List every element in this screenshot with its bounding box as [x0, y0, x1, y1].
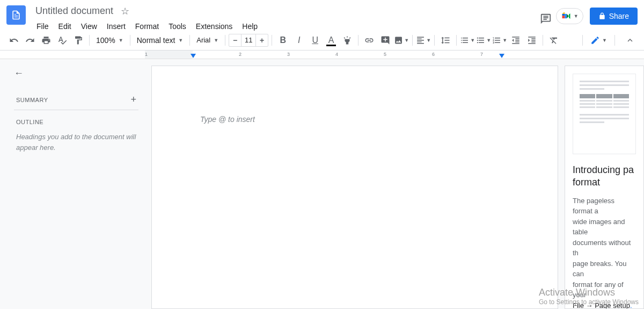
- chevron-down-icon: ▼: [602, 38, 607, 43]
- font-select[interactable]: Arial ▼: [193, 34, 222, 46]
- numbered-list-button[interactable]: ▼: [492, 33, 507, 48]
- star-icon[interactable]: ☆: [121, 5, 129, 17]
- outline-hint: Headings you add to the document will ap…: [14, 130, 138, 155]
- document-page[interactable]: Type @ to insert: [151, 66, 558, 309]
- outline-sidebar: ← SUMMARY + OUTLINE Headings you add to …: [8, 59, 145, 309]
- pageless-preview: [573, 74, 636, 154]
- bold-button[interactable]: B: [275, 33, 290, 48]
- comment-button[interactable]: [378, 33, 393, 48]
- chevron-down-icon: ▼: [574, 13, 579, 19]
- panel-heading: Introducing pa format: [573, 164, 636, 189]
- indent-increase-button[interactable]: [524, 33, 539, 48]
- right-margin-marker[interactable]: [499, 54, 504, 58]
- menu-format[interactable]: Format: [131, 20, 163, 33]
- menu-view[interactable]: View: [77, 20, 101, 33]
- style-select[interactable]: Normal text ▼: [134, 34, 187, 47]
- header: Untitled document ☆ File Edit View Inser…: [0, 0, 644, 30]
- bulleted-list-button[interactable]: ▼: [476, 33, 491, 48]
- link-button[interactable]: [362, 33, 377, 48]
- text-color-button[interactable]: A: [324, 33, 339, 48]
- left-margin-marker[interactable]: [191, 54, 196, 58]
- share-button[interactable]: Share: [590, 8, 638, 25]
- font-size-input[interactable]: [241, 34, 256, 46]
- share-label: Share: [609, 12, 629, 20]
- document-title[interactable]: Untitled document: [32, 4, 116, 18]
- line-spacing-button[interactable]: [438, 33, 453, 48]
- content-area: ← SUMMARY + OUTLINE Headings you add to …: [0, 59, 644, 309]
- indent-decrease-button[interactable]: [508, 33, 523, 48]
- chevron-down-icon: ▼: [119, 38, 123, 43]
- lock-icon: [598, 12, 606, 20]
- align-button[interactable]: ▼: [416, 33, 431, 48]
- meet-icon: [561, 11, 572, 21]
- italic-button[interactable]: I: [291, 33, 306, 48]
- panel-text: The pageless format a wide images and ta…: [573, 196, 636, 309]
- chevron-down-icon: ▼: [214, 38, 218, 43]
- checklist-button[interactable]: ▼: [460, 33, 475, 48]
- highlight-button[interactable]: [340, 33, 355, 48]
- font-size-increase[interactable]: +: [256, 36, 268, 45]
- add-summary-button[interactable]: +: [130, 94, 136, 105]
- toolbar: 100% ▼ Normal text ▼ Arial ▼ − + B I U A…: [0, 30, 644, 51]
- spellcheck-button[interactable]: [55, 33, 70, 48]
- horizontal-ruler[interactable]: 1 2 3 4 5 6 7: [0, 51, 644, 59]
- clear-format-button[interactable]: [546, 33, 561, 48]
- chevron-down-icon: ▼: [178, 38, 183, 43]
- menu-tools[interactable]: Tools: [164, 20, 191, 33]
- menu-help[interactable]: Help: [238, 20, 262, 33]
- underline-button[interactable]: U: [308, 33, 323, 48]
- page-wrapper: Type @ to insert: [145, 59, 558, 309]
- outline-label: OUTLINE: [14, 112, 138, 130]
- menu-insert[interactable]: Insert: [103, 20, 130, 33]
- page-placeholder: Type @ to insert: [200, 115, 255, 124]
- font-size-control: − +: [229, 34, 268, 47]
- comments-icon[interactable]: [537, 10, 550, 23]
- feature-panel: Introducing pa format The pageless forma…: [565, 66, 644, 309]
- redo-button[interactable]: [23, 33, 38, 48]
- menu-bar: File Edit View Insert Format Tools Exten…: [32, 20, 537, 33]
- font-size-decrease[interactable]: −: [229, 36, 241, 45]
- image-button[interactable]: ▼: [394, 33, 409, 48]
- header-center: Untitled document ☆ File Edit View Inser…: [32, 4, 537, 33]
- collapse-toolbar-button[interactable]: [623, 33, 638, 48]
- docs-logo[interactable]: [6, 5, 26, 25]
- menu-extensions[interactable]: Extensions: [192, 20, 237, 33]
- meet-button[interactable]: ▼: [556, 8, 583, 24]
- summary-label: SUMMARY: [16, 97, 48, 103]
- zoom-select[interactable]: 100% ▼: [93, 34, 127, 47]
- undo-button[interactable]: [6, 33, 21, 48]
- menu-file[interactable]: File: [32, 20, 53, 33]
- pencil-icon: [590, 35, 600, 45]
- paint-format-button[interactable]: [71, 33, 86, 48]
- back-arrow-icon[interactable]: ←: [14, 68, 24, 79]
- editing-mode-button[interactable]: ▼: [586, 33, 611, 47]
- menu-edit[interactable]: Edit: [54, 20, 76, 33]
- print-button[interactable]: [39, 33, 54, 48]
